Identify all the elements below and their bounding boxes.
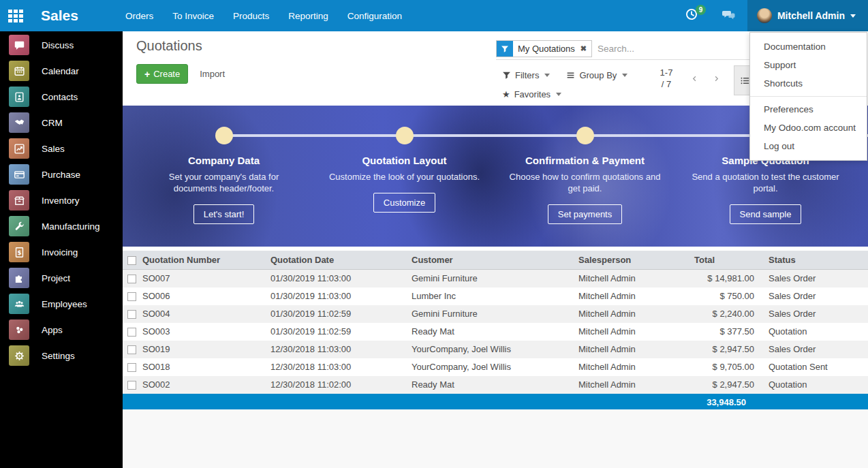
table-row-so018[interactable]: SO01812/30/2018 11:03:00YourCompany, Joe… <box>123 358 868 376</box>
table-row-so004[interactable]: SO00401/30/2019 11:02:59Gemini Furniture… <box>123 305 868 323</box>
user-menu-item-my-odoo-com-account[interactable]: My Odoo.com account <box>750 119 867 137</box>
row-checkbox[interactable] <box>127 345 136 354</box>
nav-menu-configuration[interactable]: Configuration <box>338 0 412 31</box>
row-checkbox[interactable] <box>127 292 136 301</box>
user-menu-item-support[interactable]: Support <box>750 56 867 74</box>
cell-customer: Ready Mat <box>412 376 578 394</box>
table-row-so002[interactable]: SO00212/30/2018 11:02:00Ready MatMitchel… <box>123 376 868 394</box>
user-menu-toggle[interactable]: Mitchell Admin <box>747 0 868 31</box>
row-checkbox[interactable] <box>127 328 136 337</box>
search-facet[interactable]: My Quotations ✖ <box>496 40 592 57</box>
row-checkbox-cell <box>123 305 142 323</box>
import-button[interactable]: Import <box>200 69 225 79</box>
user-menu-item-documentation[interactable]: Documentation <box>750 37 867 56</box>
table-row-so019[interactable]: SO01912/30/2018 11:03:00YourCompany, Joe… <box>123 341 868 358</box>
cell-customer: YourCompany, Joel Willis <box>412 358 578 376</box>
quotations-table: Quotation NumberQuotation DateCustomerSa… <box>123 251 868 411</box>
table-row-so003[interactable]: SO00301/30/2019 11:02:59Ready MatMitchel… <box>123 323 868 341</box>
pager-previous-button[interactable] <box>688 71 700 86</box>
plus-icon: + <box>144 70 150 78</box>
user-menu-item-log-out[interactable]: Log out <box>750 137 867 155</box>
row-checkbox[interactable] <box>127 275 136 283</box>
step-description: Choose how to confirm quotations and get… <box>495 171 675 194</box>
inventory-icon <box>9 190 29 210</box>
nav-menu-products[interactable]: Products <box>223 0 279 31</box>
table-header-row: Quotation NumberQuotation DateCustomerSa… <box>123 251 868 270</box>
step-dot <box>576 127 594 144</box>
navbar-right: 9 Mitchell Admin <box>673 0 868 31</box>
cell-total: $ 2,947.50 <box>694 376 758 394</box>
cell-date: 01/30/2019 11:03:00 <box>270 287 412 305</box>
search-input[interactable] <box>592 44 754 54</box>
row-checkbox[interactable] <box>127 381 136 390</box>
apps-icon <box>9 319 29 340</box>
apps-grid-icon[interactable] <box>0 0 31 31</box>
nav-menu-orders[interactable]: Orders <box>116 0 163 31</box>
header-checkbox-cell <box>123 251 142 270</box>
column-header-total[interactable]: Total <box>694 251 758 270</box>
onboarding-button-set-payments[interactable]: Set payments <box>548 204 623 224</box>
select-all-checkbox[interactable] <box>127 256 136 265</box>
employees-icon <box>9 294 29 314</box>
activity-menu-button[interactable]: 9 <box>673 0 710 31</box>
messaging-menu-button[interactable] <box>710 0 747 31</box>
sidebar-item-invoicing[interactable]: $Invoicing <box>0 239 123 265</box>
sidebar-item-calendar[interactable]: Calendar <box>0 58 123 84</box>
funnel-icon <box>502 71 511 80</box>
list-icon <box>740 76 750 86</box>
cell-customer: Lumber Inc <box>412 287 578 305</box>
sidebar-item-crm[interactable]: CRM <box>0 110 123 136</box>
column-header-customer[interactable]: Customer <box>412 251 578 270</box>
sidebar-item-discuss[interactable]: Discuss <box>0 32 123 58</box>
column-header-status[interactable]: Status <box>758 251 868 270</box>
sidebar-item-settings[interactable]: Settings <box>0 343 123 369</box>
row-checkbox[interactable] <box>127 310 136 319</box>
nav-menu-reporting[interactable]: Reporting <box>279 0 338 31</box>
footer-cell-number <box>142 394 270 411</box>
sidebar-item-manufacturing[interactable]: Manufacturing <box>0 213 123 239</box>
pager-next-button[interactable] <box>710 71 722 86</box>
sidebar-item-contacts[interactable]: Contacts <box>0 84 123 110</box>
cell-salesperson: Mitchell Admin <box>578 376 694 394</box>
sidebar-item-label: Sales <box>42 144 65 154</box>
cell-customer: Gemini Furniture <box>412 305 578 323</box>
create-button[interactable]: + Create <box>136 64 188 84</box>
column-header-quotation-date[interactable]: Quotation Date <box>270 251 412 270</box>
onboarding-button-let-s-start[interactable]: Let's start! <box>193 204 255 224</box>
sidebar-item-inventory[interactable]: Inventory <box>0 187 123 213</box>
cell-number: SO018 <box>142 358 270 376</box>
cell-total: $ 377.50 <box>694 323 758 341</box>
favorites-dropdown[interactable]: ★ Favorites <box>502 89 561 99</box>
cell-customer: YourCompany, Joel Willis <box>412 341 578 358</box>
sidebar-item-apps[interactable]: Apps <box>0 317 123 343</box>
remove-facet-icon[interactable]: ✖ <box>580 41 591 57</box>
contacts-icon <box>9 87 29 107</box>
app-title[interactable]: Sales <box>41 7 78 24</box>
top-navbar: Sales OrdersTo InvoiceProductsReportingC… <box>0 0 868 31</box>
groupby-dropdown[interactable]: Group By <box>566 70 627 80</box>
cell-date: 12/30/2018 11:02:00 <box>270 376 412 394</box>
footer-cell-customer <box>412 394 578 411</box>
onboarding-button-customize[interactable]: Customize <box>373 193 435 213</box>
step-description: Customize the look of your quotations. <box>314 171 495 183</box>
cell-salesperson: Mitchell Admin <box>578 305 694 323</box>
sidebar-item-purchase[interactable]: Purchase <box>0 161 123 187</box>
step-title: Confirmation & Payment <box>495 155 675 166</box>
sidebar-item-project[interactable]: Project <box>0 265 123 291</box>
column-header-salesperson[interactable]: Salesperson <box>578 251 694 270</box>
sidebar-item-employees[interactable]: Employees <box>0 291 123 317</box>
table-row-so006[interactable]: SO00601/30/2019 11:03:00Lumber IncMitche… <box>123 287 868 305</box>
step-description: Set your company's data for documents he… <box>134 171 314 194</box>
sidebar-item-sales[interactable]: Sales <box>0 136 123 161</box>
user-menu-item-shortcuts[interactable]: Shortcuts <box>750 74 867 93</box>
filter-funnel-icon <box>497 41 513 57</box>
row-checkbox[interactable] <box>127 363 136 372</box>
user-menu-item-preferences[interactable]: Preferences <box>750 100 867 119</box>
nav-menu-to-invoice[interactable]: To Invoice <box>163 0 223 31</box>
row-checkbox-cell <box>123 376 142 394</box>
cell-status: Sales Order <box>758 287 868 305</box>
filters-dropdown[interactable]: Filters <box>502 70 550 80</box>
table-row-so007[interactable]: SO00701/30/2019 11:03:00Gemini Furniture… <box>123 270 868 287</box>
column-header-quotation-number[interactable]: Quotation Number <box>142 251 270 270</box>
onboarding-button-send-sample[interactable]: Send sample <box>730 204 802 224</box>
